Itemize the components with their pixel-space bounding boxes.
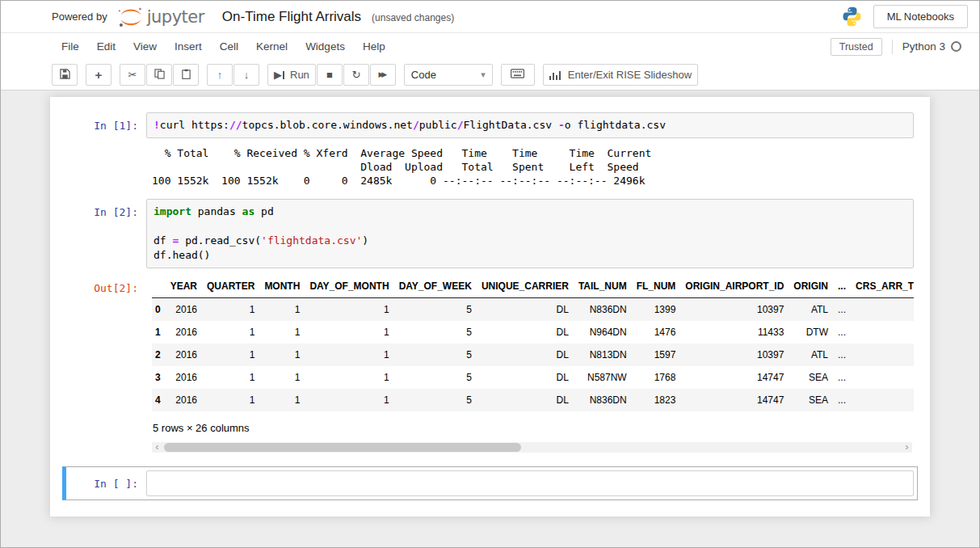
command-palette-button[interactable] xyxy=(501,64,535,86)
code-content-1: !curl https://topcs.blob.core.windows.ne… xyxy=(154,118,906,133)
table-cell: 5 xyxy=(394,366,477,389)
restart-kernel-button[interactable]: ↻ xyxy=(343,64,369,86)
table-cell: N587NW xyxy=(574,366,632,389)
table-row: 120161115DLN964DN147611433DTW... xyxy=(152,321,914,344)
move-cell-up-button[interactable]: ↑ xyxy=(207,64,233,86)
menu-item-insert[interactable]: Insert xyxy=(166,36,211,57)
toolbar-group-move: ↑ ↓ xyxy=(207,64,260,86)
table-cell: 1 xyxy=(202,366,259,389)
table-header-row: YEARQUARTERMONTHDAY_OF_MONTHDAY_OF_WEEKU… xyxy=(152,275,914,298)
scroll-left-icon[interactable]: ‹ xyxy=(152,442,162,453)
cell1-input-row: In [1]: !curl https://topcs.blob.core.wi… xyxy=(69,112,914,138)
save-button[interactable] xyxy=(52,64,78,86)
bar-chart-icon xyxy=(549,70,562,80)
powered-by-label: Powered by xyxy=(52,11,107,23)
table-cell: 1 xyxy=(305,298,393,322)
copy-icon xyxy=(154,69,165,82)
scrollbar-thumb[interactable] xyxy=(164,443,521,452)
toolbar-group-run: ▶ Run ■ ↻ ▶▶ xyxy=(267,64,397,86)
ml-notebooks-button[interactable]: ML Notebooks xyxy=(873,5,968,28)
paste-cell-button[interactable] xyxy=(173,64,199,86)
table-cell: 1 xyxy=(305,321,393,344)
table-cell: 1399 xyxy=(632,298,681,322)
menu-item-edit[interactable]: Edit xyxy=(88,36,124,57)
table-cell: 1 xyxy=(305,366,393,389)
run-button[interactable]: ▶ Run xyxy=(267,64,316,86)
toolbar: + ✂ ↑ ↓ xyxy=(1,60,979,91)
table-cell: 1476 xyxy=(632,321,681,344)
code-cell-1[interactable]: In [1]: !curl https://topcs.blob.core.wi… xyxy=(62,108,918,193)
menu-item-widgets[interactable]: Widgets xyxy=(297,36,354,57)
dataframe-summary: 5 rows × 26 columns xyxy=(153,422,914,434)
table-cell: DL xyxy=(477,344,574,366)
cell1-output-row: % Total % Received % Xferd Average Speed… xyxy=(69,138,914,189)
kernel-idle-icon xyxy=(951,41,961,52)
table-cell: N836DN xyxy=(574,389,632,411)
cell2-input-row: In [2]: import pandas as pd df = pd.read… xyxy=(69,199,914,268)
scroll-right-icon[interactable]: › xyxy=(902,442,912,453)
table-cell: ... xyxy=(833,298,851,322)
empty-cell-input-row: In [ ]: xyxy=(69,470,914,496)
menu-item-kernel[interactable]: Kernel xyxy=(247,36,297,57)
column-header: DAY_OF_WEEK xyxy=(394,275,477,298)
table-cell: 5 xyxy=(394,344,477,366)
menu-item-cell[interactable]: Cell xyxy=(211,36,247,57)
dataframe-scroll-container[interactable]: YEARQUARTERMONTHDAY_OF_MONTHDAY_OF_WEEKU… xyxy=(152,275,914,411)
save-icon xyxy=(60,69,70,82)
table-cell: 1 xyxy=(259,298,305,322)
table-cell: 2016 xyxy=(166,389,202,411)
notebook-title[interactable]: On-Time Flight Arrivals xyxy=(222,9,361,25)
table-cell: DL xyxy=(477,298,574,322)
column-header: CRS_ARR_TIME xyxy=(851,275,914,298)
table-cell: SEA xyxy=(789,389,833,411)
table-cell: 1 xyxy=(202,298,259,322)
row-index: 2 xyxy=(152,344,166,366)
table-cell: 1 xyxy=(259,321,305,344)
code-cell-2[interactable]: In [2]: import pandas as pd df = pd.read… xyxy=(62,195,918,458)
rise-button-label: Enter/Exit RISE Slideshow xyxy=(568,69,692,81)
cut-cell-button[interactable]: ✂ xyxy=(120,64,145,86)
index-corner xyxy=(152,275,166,298)
dataframe-output: YEARQUARTERMONTHDAY_OF_MONTHDAY_OF_WEEKU… xyxy=(146,268,914,454)
table-cell: 1 xyxy=(202,344,259,366)
table-cell: 1 xyxy=(202,389,259,411)
row-index: 1 xyxy=(152,321,166,344)
table-row: 320161115DLN587NW176814747SEA... xyxy=(152,366,914,389)
jupyter-logo-icon[interactable] xyxy=(117,6,145,27)
row-index: 3 xyxy=(152,366,166,389)
code-cell-empty-selected[interactable]: In [ ]: xyxy=(62,466,918,500)
code-editor-2[interactable]: import pandas as pd df = pd.read_csv('fl… xyxy=(146,199,914,268)
table-cell xyxy=(851,344,914,366)
table-cell: SEA xyxy=(789,366,833,389)
paste-icon xyxy=(181,69,191,82)
table-cell: ... xyxy=(833,366,851,389)
interrupt-kernel-button[interactable]: ■ xyxy=(317,64,343,86)
table-cell: N836DN xyxy=(574,298,632,322)
fast-forward-icon: ▶▶ xyxy=(378,71,387,78)
stop-icon: ■ xyxy=(326,70,333,80)
run-icon: ▶ xyxy=(274,70,282,80)
column-header: ORIGIN xyxy=(789,275,833,298)
restart-run-all-button[interactable]: ▶▶ xyxy=(370,64,396,86)
menu-item-view[interactable]: View xyxy=(124,36,166,57)
code-editor-empty[interactable] xyxy=(146,470,914,496)
keyboard-icon xyxy=(511,69,524,81)
menu-item-file[interactable]: File xyxy=(53,36,88,57)
menu-item-help[interactable]: Help xyxy=(354,36,394,57)
copy-cell-button[interactable] xyxy=(146,64,172,86)
table-cell: 1 xyxy=(259,389,305,411)
column-header: MONTH xyxy=(259,275,305,298)
trusted-badge[interactable]: Trusted xyxy=(831,38,882,56)
rise-slideshow-button[interactable]: Enter/Exit RISE Slideshow xyxy=(543,64,698,86)
input-prompt-empty: In [ ]: xyxy=(69,470,146,490)
insert-cell-button[interactable]: + xyxy=(86,64,111,86)
table-cell: 10397 xyxy=(680,298,789,322)
horizontal-scrollbar[interactable]: ‹ › xyxy=(152,442,912,453)
code-editor-1[interactable]: !curl https://topcs.blob.core.windows.ne… xyxy=(146,112,914,138)
plus-icon: + xyxy=(95,69,103,81)
table-row: 020161115DLN836DN139910397ATL... xyxy=(152,298,914,322)
input-prompt-1: In [1]: xyxy=(69,112,146,132)
move-cell-down-button[interactable]: ↓ xyxy=(233,64,259,86)
cell-type-dropdown[interactable]: Code ▾ xyxy=(404,64,493,86)
output-prompt-empty xyxy=(69,138,146,145)
